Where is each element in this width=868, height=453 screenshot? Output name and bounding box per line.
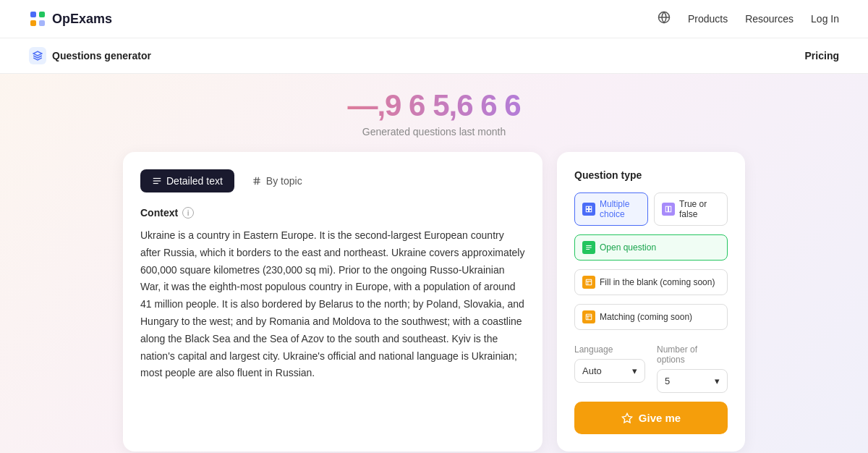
questions-generator-icon xyxy=(29,47,46,64)
products-link[interactable]: Products xyxy=(688,13,728,25)
logo-icon xyxy=(29,10,46,27)
sub-nav-left: Questions generator xyxy=(29,47,151,64)
type-multiple-choice[interactable]: Multiple choice xyxy=(574,192,648,226)
generate-button[interactable]: Give me xyxy=(574,402,728,434)
language-select[interactable]: Auto ▾ xyxy=(574,359,645,383)
tab-detailed-text[interactable]: Detailed text xyxy=(140,169,234,192)
true-false-icon xyxy=(662,203,675,216)
right-panel: Question type Multiple choice xyxy=(557,152,745,452)
sparkle-icon xyxy=(621,412,633,424)
matching-icon xyxy=(582,310,595,323)
fill-blank-icon xyxy=(582,276,595,289)
options-label: Number of options xyxy=(657,344,728,365)
globe-icon[interactable] xyxy=(658,11,671,27)
options-setting: Number of options 5 ▾ xyxy=(657,344,728,393)
info-icon[interactable]: i xyxy=(182,207,194,219)
type-true-false[interactable]: True or false xyxy=(654,192,728,226)
context-text[interactable]: Ukraine is a country in Eastern Europe. … xyxy=(140,227,525,382)
options-select[interactable]: 5 ▾ xyxy=(657,369,728,393)
svg-rect-13 xyxy=(586,206,588,208)
hero-number: —,9 6 5,6 6 6 xyxy=(29,88,839,123)
hero-subtitle: Generated questions last month xyxy=(29,126,839,137)
svg-rect-25 xyxy=(586,314,592,320)
chevron-down-icon: ▾ xyxy=(715,376,720,386)
resources-link[interactable]: Resources xyxy=(745,13,793,25)
nav-links: Products Resources Log In xyxy=(658,11,839,27)
logo[interactable]: OpExams xyxy=(29,10,112,27)
hash-icon xyxy=(252,176,262,186)
type-matching[interactable]: Matching (coming soon) xyxy=(574,304,728,330)
svg-rect-16 xyxy=(589,209,591,211)
language-label: Language xyxy=(574,344,645,355)
svg-rect-17 xyxy=(665,206,668,212)
settings-row: Language Auto ▾ Number of options 5 ▾ xyxy=(574,344,728,393)
tab-bar: Detailed text By topic xyxy=(140,169,525,192)
svg-rect-14 xyxy=(589,206,591,208)
hero-section: —,9 6 5,6 6 6 Generated questions last m… xyxy=(0,74,868,145)
type-open-question[interactable]: Open question xyxy=(574,234,728,261)
type-fill-blank[interactable]: Fill in the blank (coming soon) xyxy=(574,269,728,295)
sub-nav: Questions generator Pricing xyxy=(0,38,868,74)
chevron-down-icon: ▾ xyxy=(632,365,637,376)
svg-rect-18 xyxy=(668,206,671,212)
svg-rect-1 xyxy=(39,12,45,17)
svg-rect-0 xyxy=(30,12,36,17)
svg-rect-2 xyxy=(30,20,36,26)
multiple-choice-icon xyxy=(582,203,595,216)
svg-line-11 xyxy=(255,177,255,185)
type-options: Multiple choice True or false xyxy=(574,192,728,226)
login-link[interactable]: Log In xyxy=(811,13,839,25)
svg-rect-22 xyxy=(586,279,592,285)
pricing-link[interactable]: Pricing xyxy=(805,50,839,62)
left-panel: Detailed text By topic Context i Ukraine… xyxy=(123,152,542,452)
main-nav: OpExams Products Resources Log In xyxy=(0,0,868,38)
language-setting: Language Auto ▾ xyxy=(574,344,645,393)
svg-marker-28 xyxy=(622,413,631,423)
question-type-label: Question type xyxy=(574,169,728,181)
list-text-icon xyxy=(152,176,162,186)
tab-by-topic[interactable]: By topic xyxy=(240,169,314,192)
svg-rect-15 xyxy=(586,209,588,211)
svg-rect-3 xyxy=(39,20,45,26)
open-question-icon xyxy=(582,241,595,254)
main-area: Detailed text By topic Context i Ukraine… xyxy=(0,145,868,453)
svg-line-12 xyxy=(258,177,258,185)
sub-nav-title: Questions generator xyxy=(52,50,151,62)
context-label: Context i xyxy=(140,207,525,219)
